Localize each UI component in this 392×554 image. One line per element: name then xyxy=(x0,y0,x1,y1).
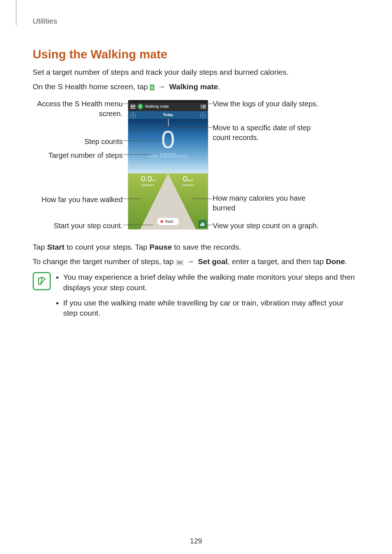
walking-mate-figure: Walking mate ‹ Today › 0 Goal 10000steps xyxy=(33,99,359,237)
svg-rect-30 xyxy=(177,263,182,264)
callout-distance: How far you have walked xyxy=(33,195,123,205)
goal-prefix: Goal xyxy=(148,154,158,158)
instruction-prefix: On the S Health home screen, tap xyxy=(33,82,150,91)
svg-rect-5 xyxy=(130,106,135,107)
svg-rect-11 xyxy=(203,106,206,107)
note-list: You may experience a brief delay while t… xyxy=(57,272,359,323)
note-item: You may experience a brief delay while t… xyxy=(63,272,359,293)
svg-rect-13 xyxy=(203,108,206,108)
tick-mark xyxy=(168,119,169,126)
callout-calories: How many calories you have burned xyxy=(213,193,329,213)
header-rule xyxy=(16,0,16,25)
phone-screenshot: Walking mate ‹ Today › 0 Goal 10000steps xyxy=(128,100,208,229)
breadcrumb: Utilities xyxy=(33,16,359,26)
after-fig-line1: Tap Start to count your steps. Tap Pause… xyxy=(33,242,359,252)
page-number: 129 xyxy=(0,536,392,546)
distance-label: Distance xyxy=(128,183,168,187)
intro-text: Set a target number of steps and track y… xyxy=(33,67,359,77)
goal-suffix: steps xyxy=(177,154,188,158)
l1b: Start xyxy=(47,243,65,251)
instruction-line: On the S Health home screen, tap → Walki… xyxy=(33,82,359,93)
graph-button[interactable] xyxy=(199,220,207,228)
instruction-suffix: . xyxy=(218,82,220,91)
svg-rect-1 xyxy=(151,86,154,86)
svg-rect-16 xyxy=(203,223,204,226)
walker-icon xyxy=(138,104,143,109)
l1d: Pause xyxy=(150,243,172,251)
callout-steps: Step counts xyxy=(33,137,123,147)
note-block: You may experience a brief delay while t… xyxy=(33,272,359,323)
l2f: . xyxy=(345,257,347,266)
note-item: If you use the walking mate while travel… xyxy=(63,298,359,319)
calories-stat: 0kcal Calories xyxy=(168,175,208,187)
app-title-area: Walking mate xyxy=(138,104,199,109)
arrow-icon: → xyxy=(156,82,167,91)
goal-line: Goal 10000steps xyxy=(128,152,208,160)
section-title: Using the Walking mate xyxy=(33,46,359,63)
callout-goal: Target number of steps xyxy=(33,151,123,160)
distance-stat: 0.0mi Distance xyxy=(128,175,168,187)
svg-rect-12 xyxy=(201,108,202,108)
sky-area: 0 Goal 10000steps xyxy=(128,119,208,173)
start-label: Start xyxy=(165,219,173,224)
svg-rect-15 xyxy=(202,222,203,226)
svg-rect-9 xyxy=(203,105,206,106)
l2a: To change the target number of steps, ta… xyxy=(33,257,176,266)
note-icon xyxy=(33,272,51,290)
svg-rect-6 xyxy=(130,108,135,108)
date-next-button[interactable]: › xyxy=(200,112,206,118)
app-bar: Walking mate xyxy=(128,102,208,111)
callout-date: Move to a specific date of step count re… xyxy=(213,123,329,143)
ground-area: 0.0mi Distance 0kcal Calories Start xyxy=(128,173,208,229)
l1a: Tap xyxy=(33,243,47,251)
instruction-target: Walking mate xyxy=(169,82,218,91)
l2c: Set goal xyxy=(198,257,228,266)
svg-rect-4 xyxy=(130,105,135,106)
callout-start: Start your step count. xyxy=(33,221,123,231)
l2d: , enter a target, and then tap xyxy=(228,257,326,266)
svg-rect-28 xyxy=(177,261,182,262)
arrow2-icon: → xyxy=(185,257,196,266)
date-bar: ‹ Today › xyxy=(128,111,208,119)
callout-menu: Access the S Health menu screen. xyxy=(33,99,123,119)
menu-lines-icon xyxy=(150,83,154,93)
date-label: Today xyxy=(163,112,173,118)
record-dot-icon xyxy=(160,220,163,223)
calories-value: 0 xyxy=(183,174,187,183)
goal-value: 10000 xyxy=(159,152,177,159)
app-title: Walking mate xyxy=(145,104,169,109)
l1e: to save the records. xyxy=(172,243,241,251)
logs-button[interactable] xyxy=(199,104,208,109)
svg-rect-10 xyxy=(201,106,202,107)
options-icon xyxy=(176,258,183,268)
callout-graph: View your step count on a graph. xyxy=(213,221,351,231)
date-prev-button[interactable]: ‹ xyxy=(130,112,136,118)
after-fig-line2: To change the target number of steps, ta… xyxy=(33,257,359,268)
svg-rect-8 xyxy=(201,105,202,106)
distance-unit: mi xyxy=(152,178,156,182)
menu-button[interactable] xyxy=(128,104,138,109)
calories-label: Calories xyxy=(168,183,208,187)
l2e: Done xyxy=(326,257,345,266)
l1c: to count your steps. Tap xyxy=(65,243,150,251)
svg-point-7 xyxy=(140,104,141,105)
distance-value: 0.0 xyxy=(141,174,152,183)
start-button[interactable]: Start xyxy=(156,217,179,226)
svg-rect-29 xyxy=(177,262,182,263)
calories-unit: kcal xyxy=(187,178,193,182)
svg-rect-2 xyxy=(151,87,154,88)
svg-rect-14 xyxy=(200,224,201,226)
svg-rect-3 xyxy=(151,89,154,89)
callout-logs: View the logs of your daily steps. xyxy=(213,99,351,109)
